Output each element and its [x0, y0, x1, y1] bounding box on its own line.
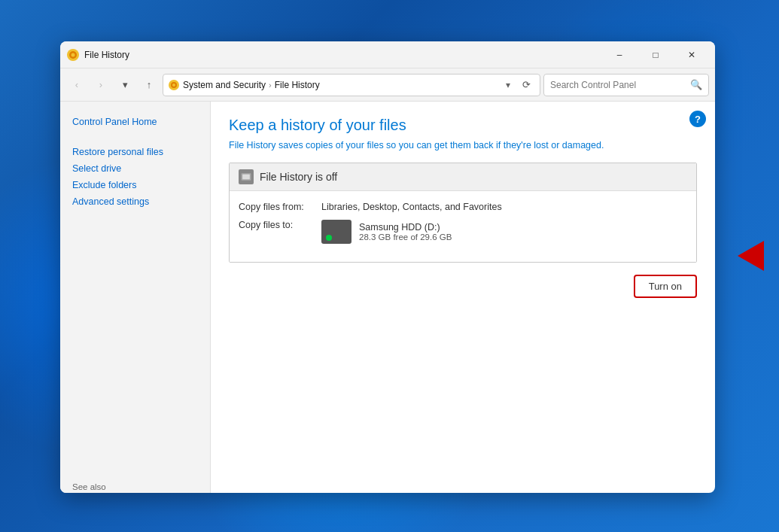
file-history-window: File History – □ ✕ ‹ › ▾ ↑ System and Se…: [60, 41, 715, 493]
main-title: Keep a history of your files: [229, 117, 697, 134]
turn-on-button[interactable]: Turn on: [634, 275, 697, 298]
search-input[interactable]: [550, 80, 686, 90]
copy-from-value: Libraries, Desktop, Contacts, and Favori…: [321, 202, 502, 212]
address-file-history[interactable]: File History: [275, 80, 320, 90]
close-button[interactable]: ✕: [674, 41, 709, 68]
title-bar-controls: – □ ✕: [602, 41, 709, 68]
sidebar: Control Panel Home Restore personal file…: [60, 102, 211, 493]
history-icon: [240, 171, 252, 183]
see-also-section: See also Recovery System Image Backup: [60, 473, 210, 493]
address-sep-1: ›: [269, 81, 272, 90]
maximize-button[interactable]: □: [638, 41, 673, 68]
drive-space: 28.3 GB free of 29.6 GB: [359, 233, 452, 242]
drive-info: Samsung HDD (D:) 28.3 GB free of 29.6 GB: [359, 222, 452, 242]
sidebar-item-restore-personal-files[interactable]: Restore personal files: [60, 144, 210, 160]
address-dropdown-btn[interactable]: ▾: [502, 80, 514, 90]
sidebar-item-exclude-folders[interactable]: Exclude folders: [60, 177, 210, 193]
recent-locations-button[interactable]: ▾: [114, 74, 135, 96]
copy-from-row: Copy files from: Libraries, Desktop, Con…: [239, 202, 687, 212]
see-also-title: See also: [72, 482, 198, 491]
refresh-button[interactable]: ⟳: [517, 76, 535, 94]
svg-point-2: [72, 53, 75, 56]
help-button[interactable]: ?: [689, 111, 706, 127]
address-bar-icon: [168, 79, 180, 91]
copy-to-row: Copy files to: Samsung HDD (D:) 28.3 GB …: [239, 220, 687, 244]
window-icon: [66, 48, 80, 62]
fh-body: Copy files from: Libraries, Desktop, Con…: [230, 191, 696, 262]
address-text: System and Security › File History: [183, 80, 499, 90]
sidebar-item-control-panel-home[interactable]: Control Panel Home: [60, 114, 210, 130]
file-history-box: File History is off Copy files from: Lib…: [229, 163, 697, 263]
fh-header: File History is off: [230, 163, 696, 191]
svg-rect-10: [242, 175, 250, 179]
search-bar[interactable]: 🔍: [543, 74, 709, 96]
turn-on-area: Turn on: [229, 275, 697, 298]
address-bar: System and Security › File History ▾ ⟳: [163, 74, 540, 96]
drive-icon: [321, 220, 351, 244]
content-area: Control Panel Home Restore personal file…: [60, 102, 715, 493]
window-title: File History: [84, 50, 602, 60]
drive-row: Samsung HDD (D:) 28.3 GB free of 29.6 GB: [321, 220, 452, 244]
title-bar: File History – □ ✕: [60, 41, 715, 68]
fh-header-icon: [239, 169, 254, 184]
sidebar-item-select-drive[interactable]: Select drive: [60, 160, 210, 177]
sidebar-item-advanced-settings[interactable]: Advanced settings: [60, 193, 210, 210]
minimize-button[interactable]: –: [602, 41, 637, 68]
copy-from-label: Copy files from:: [239, 202, 321, 212]
drive-name: Samsung HDD (D:): [359, 222, 452, 233]
fh-status: File History is off: [260, 171, 337, 183]
annotation-arrow-right: [738, 241, 764, 271]
forward-button[interactable]: ›: [90, 74, 111, 96]
main-panel: ? Keep a history of your files File Hist…: [211, 102, 715, 493]
search-button[interactable]: 🔍: [690, 79, 702, 90]
back-button[interactable]: ‹: [66, 74, 87, 96]
main-description: File History saves copies of your files …: [229, 140, 697, 150]
nav-bar: ‹ › ▾ ↑ System and Security › File Histo…: [60, 68, 715, 102]
copy-to-label: Copy files to:: [239, 220, 321, 230]
up-button[interactable]: ↑: [138, 74, 160, 96]
svg-point-5: [172, 84, 175, 87]
address-system-security[interactable]: System and Security: [183, 80, 266, 90]
